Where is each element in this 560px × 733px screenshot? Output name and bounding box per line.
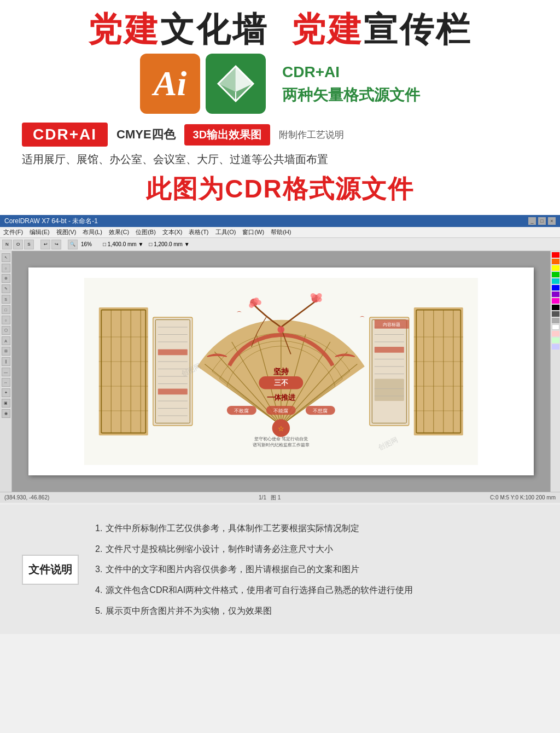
minimize-button[interactable]: _	[528, 217, 536, 225]
toolbar-open[interactable]: O	[13, 240, 23, 249]
cdr-titlebar: CorelDRAW X7 64-bt - 未命名-1 _ □ ×	[0, 215, 560, 227]
menu-tools[interactable]: 工具(O)	[215, 228, 236, 236]
badges-row: CDR+AI CMYE四色 3D输出效果图 附制作工艺说明	[22, 123, 538, 147]
svg-rect-63	[370, 317, 409, 426]
cdr-toolbar: N O S ↩ ↪ 🔍 16% □ 1,400.0 mm ▼ □ 1,200.0…	[0, 238, 560, 251]
zoom-level: 16%	[79, 241, 94, 247]
menu-edit[interactable]: 编辑(E)	[30, 228, 50, 236]
svg-point-57	[249, 303, 254, 308]
color-swatch-blue[interactable]	[552, 285, 559, 290]
cdr-title-text: CorelDRAW X7 64-bt - 未命名-1	[4, 217, 98, 226]
color-swatch-black[interactable]	[552, 305, 559, 310]
menu-window[interactable]: 窗口(W)	[242, 228, 264, 236]
menu-table[interactable]: 表格(T)	[189, 228, 208, 236]
cdr-logo-svg	[214, 62, 258, 106]
svg-text:内容标题: 内容标题	[383, 322, 401, 327]
color-swatch-white[interactable]	[552, 324, 559, 330]
ai-logo: Ai	[140, 54, 200, 114]
svg-point-60	[317, 297, 322, 302]
status-layer: 图 1	[271, 494, 281, 502]
tool-freehand[interactable]: ✎	[2, 284, 10, 293]
cdr-rulers-area: ↖ ○ ⊕ ✎ S □ ○ ⬡ A ⊞ ∥ — ↔ ✦ ▣ ◉	[0, 251, 560, 492]
svg-text:不敢腐: 不敢腐	[235, 408, 249, 414]
badge-note: 附制作工艺说明	[279, 129, 344, 141]
svg-rect-74	[375, 379, 404, 402]
color-swatch-lblue[interactable]	[552, 344, 559, 350]
tool-polygon[interactable]: ⬡	[2, 326, 10, 335]
toolbar-undo[interactable]: ↩	[40, 240, 50, 249]
tool-interactive[interactable]: ✦	[2, 388, 10, 397]
menu-layout[interactable]: 布局(L)	[83, 228, 102, 236]
svg-point-56	[256, 300, 261, 305]
tool-fill[interactable]: ▣	[2, 399, 10, 408]
cdr-window: CorelDRAW X7 64-bt - 未命名-1 _ □ × 文件(F) 编…	[0, 215, 560, 505]
cdr-color-panel	[550, 251, 560, 492]
badge-cmyk: CMYE四色	[116, 126, 176, 143]
menu-help[interactable]: 帮助(H)	[271, 228, 291, 236]
doc-size: □ 1,400.0 mm ▼	[101, 241, 145, 247]
tool-connector[interactable]: —	[2, 368, 10, 376]
svg-text:不想腐: 不想腐	[313, 408, 328, 414]
svg-text:坚守初心使命 笃定行动自觉: 坚守初心使命 笃定行动自觉	[254, 437, 308, 441]
toolbar-zoom[interactable]: 🔍	[68, 240, 78, 249]
cdr-logo	[206, 54, 266, 114]
badge-cdr-ai: CDR+AI	[22, 123, 108, 147]
artwork-svg: 坚持 三不 一体推进 不敢腐 不能腐 不想腐 ☆	[54, 278, 509, 465]
tool-table[interactable]: ⊞	[2, 347, 10, 356]
menu-bitmap[interactable]: 位图(B)	[136, 228, 156, 236]
cdr-window-buttons: _ □ ×	[528, 217, 556, 225]
file-label: 文件说明	[22, 555, 79, 585]
color-swatch-dgray[interactable]	[552, 311, 559, 317]
note-4: 4.源文件包含CDR和AI两种文件格式，使用者可自行选择自己熟悉的软件进行使用	[95, 583, 538, 597]
tool-measure[interactable]: ↔	[2, 378, 10, 387]
note-3: 3.文件中的文字和图片内容仅供参考，图片请根据自己的文案和图片	[95, 562, 538, 577]
tool-shape[interactable]: ○	[2, 264, 10, 272]
tool-zoom[interactable]: ⊕	[2, 274, 10, 283]
svg-rect-27	[158, 389, 188, 395]
svg-text:谱写新时代纪检监察工作篇章: 谱写新时代纪检监察工作篇章	[253, 443, 310, 447]
tool-ellipse[interactable]: ○	[2, 316, 10, 324]
menu-view[interactable]: 视图(V)	[56, 228, 77, 236]
title-part2-red: 党建	[291, 10, 364, 48]
tool-text[interactable]: A	[2, 336, 10, 345]
file-notes: 1.文件中所标制作工艺仅供参考，具体制作工艺要根据实际情况制定 2.文件尺寸是投…	[95, 521, 538, 618]
toolbar-redo[interactable]: ↪	[51, 240, 61, 249]
bottom-section: 文件说明 1.文件中所标制作工艺仅供参考，具体制作工艺要根据实际情况制定 2.文…	[0, 505, 560, 634]
toolbar-save[interactable]: S	[24, 240, 34, 249]
cdr-main-area: 坚持 三不 一体推进 不敢腐 不能腐 不想腐 ☆	[12, 251, 550, 492]
color-swatch-pink[interactable]	[552, 298, 559, 304]
svg-text:三不: 三不	[274, 379, 288, 387]
menu-effect[interactable]: 效果(C)	[109, 228, 129, 236]
tool-parallel[interactable]: ∥	[2, 357, 10, 366]
cdr-screenshot: CorelDRAW X7 64-bt - 未命名-1 _ □ × 文件(F) 编…	[0, 215, 560, 505]
toolbar-new[interactable]: N	[2, 240, 12, 249]
tool-color[interactable]: ◉	[2, 409, 10, 418]
menu-text[interactable]: 文本(X)	[162, 228, 183, 236]
color-swatch-lpink[interactable]	[552, 331, 559, 336]
color-swatch-gray[interactable]	[552, 318, 559, 323]
note-5: 5.展示页中所含图片并不为实物，仅为效果图	[95, 604, 538, 618]
title-part1-black: 文化墙	[160, 10, 269, 48]
format-text: CDR+AI 两种矢量格式源文件	[282, 61, 420, 107]
status-page: 1/1	[259, 495, 266, 501]
title-part2-black: 宣传栏	[364, 10, 472, 48]
svg-point-61	[311, 293, 316, 298]
status-color: C:0 M:5 Y:0 K:100 200 mm	[490, 495, 556, 501]
tool-rect[interactable]: □	[2, 305, 10, 314]
tool-select[interactable]: ↖	[2, 253, 10, 262]
color-swatch-purple[interactable]	[552, 292, 559, 297]
color-swatch-cyan[interactable]	[552, 278, 559, 284]
doc-height: □ 1,200.0 mm ▼	[147, 241, 191, 247]
title-part1-red: 党建	[88, 10, 160, 48]
color-swatch-green[interactable]	[552, 272, 559, 277]
color-swatch-red[interactable]	[552, 252, 559, 258]
color-swatch-yellow[interactable]	[552, 265, 559, 271]
close-button[interactable]: ×	[548, 217, 556, 225]
cdr-left-panel: ↖ ○ ⊕ ✎ S □ ○ ⬡ A ⊞ ∥ — ↔ ✦ ▣ ◉	[0, 251, 12, 492]
tool-smart[interactable]: S	[2, 295, 10, 304]
color-swatch-lgreen[interactable]	[552, 338, 559, 343]
svg-text:一体推进: 一体推进	[267, 393, 295, 402]
menu-file[interactable]: 文件(F)	[3, 228, 23, 236]
maximize-button[interactable]: □	[538, 217, 546, 225]
color-swatch-orange[interactable]	[552, 259, 559, 264]
